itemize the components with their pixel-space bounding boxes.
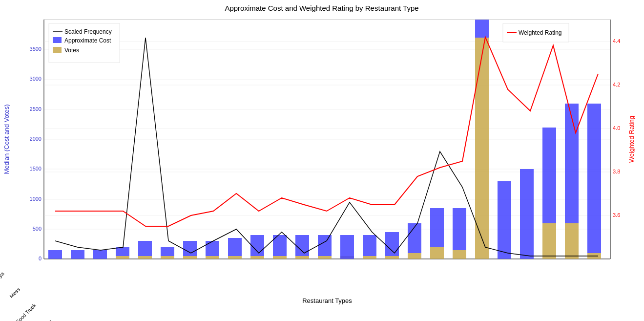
y-tick-1500: 1500 <box>30 166 42 171</box>
y-right-tick-44: 4.4 <box>613 38 620 44</box>
votes-bar-23 <box>565 223 579 259</box>
legend-cost-rect <box>53 37 62 43</box>
cost-bar-0 <box>48 250 62 259</box>
cost-bar-16 <box>408 223 421 253</box>
votes-bar-7 <box>206 256 219 259</box>
y-tick-2000: 2000 <box>30 136 42 142</box>
votes-bar-10 <box>273 256 287 259</box>
y-tick-1000: 1000 <box>30 196 42 202</box>
y-tick-3500: 3500 <box>30 46 42 52</box>
legend-votes-rect <box>53 47 62 53</box>
chart-container: Approximate Cost and Weighted Rating by … <box>0 0 644 321</box>
cost-bar-19 <box>475 20 489 38</box>
votes-bar-3 <box>116 256 129 259</box>
votes-bar-15 <box>385 256 399 259</box>
cost-bar-13 <box>340 235 354 259</box>
votes-bar-14 <box>363 256 376 259</box>
legend-votes-label: Votes <box>64 47 79 54</box>
cost-bar-21 <box>520 169 534 259</box>
cost-bar-12 <box>318 235 332 256</box>
legend-wr-label: Weighted Rating <box>519 29 562 36</box>
votes-bar-16 <box>408 253 421 259</box>
votes-bar-9 <box>250 256 264 259</box>
y-right-tick-40: 4.0 <box>613 125 620 131</box>
cost-bar-1 <box>71 250 84 259</box>
votes-bar-6 <box>183 256 197 259</box>
cost-bar-4 <box>138 241 152 256</box>
y-tick-3000: 3000 <box>30 76 42 82</box>
cost-bar-17 <box>430 208 444 247</box>
cost-bar-22 <box>542 128 556 223</box>
y-right-tick-42: 4.2 <box>613 82 620 87</box>
legend-cost-label: Approximate Cost <box>64 37 111 44</box>
cost-bar-14 <box>363 235 376 256</box>
cost-bar-7 <box>206 241 219 256</box>
y-right-label: Weighted Rating <box>628 116 635 163</box>
cost-bar-20 <box>498 181 511 259</box>
votes-bar-11 <box>295 256 309 259</box>
legend-sf-label: Scaled Frequency <box>64 28 112 35</box>
votes-bar-18 <box>453 250 466 259</box>
cost-bar-6 <box>183 241 197 256</box>
y-tick-0: 0 <box>39 256 42 261</box>
votes-bar-5 <box>161 256 174 259</box>
chart-title: Approximate Cost and Weighted Rating by … <box>225 4 418 12</box>
cost-bar-8 <box>228 238 242 256</box>
votes-bar-8 <box>228 256 242 259</box>
votes-bar-22 <box>542 223 556 259</box>
cost-bar-24 <box>587 104 601 253</box>
votes-bar-4 <box>138 256 152 259</box>
cost-bar-3 <box>116 247 129 256</box>
y-right-tick-36: 3.6 <box>613 212 620 218</box>
cost-bar-5 <box>161 247 174 256</box>
cost-bar-18 <box>453 208 466 250</box>
y-right-tick-38: 3.8 <box>613 169 620 174</box>
cost-bar-15 <box>385 232 399 256</box>
y-tick-500: 500 <box>33 226 42 232</box>
y-tick-2500: 2500 <box>30 106 42 112</box>
cost-bar-23 <box>565 104 579 223</box>
cost-bar-11 <box>295 235 309 256</box>
y-left-label: Median (Cost and Votes) <box>3 104 10 174</box>
cost-bar-2 <box>93 250 107 259</box>
votes-bar-17 <box>430 247 444 259</box>
votes-bar-12 <box>318 256 332 259</box>
cost-bar-9 <box>250 235 264 256</box>
x-axis-label: Restaurant Types <box>302 297 352 304</box>
